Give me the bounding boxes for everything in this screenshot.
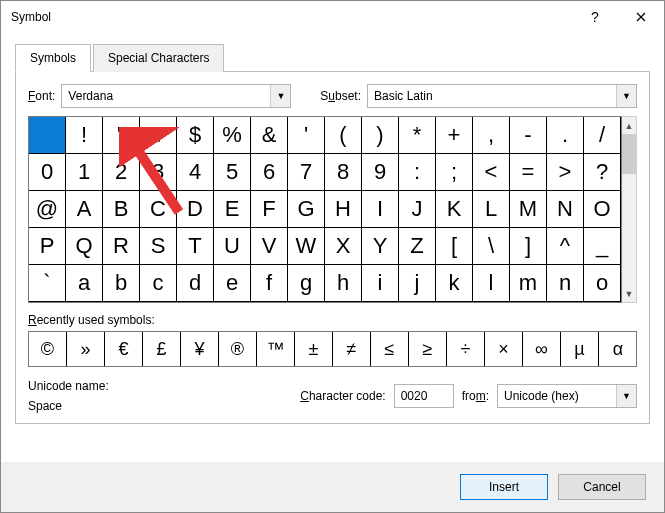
character-cell[interactable]: o — [584, 265, 621, 302]
scroll-down-icon[interactable]: ▼ — [622, 285, 636, 302]
character-cell[interactable]: H — [325, 191, 362, 228]
character-cell[interactable]: m — [510, 265, 547, 302]
character-cell[interactable]: A — [66, 191, 103, 228]
character-cell[interactable]: @ — [29, 191, 66, 228]
recent-symbol-cell[interactable]: ™ — [257, 332, 295, 366]
character-cell[interactable]: : — [399, 154, 436, 191]
font-combo[interactable]: Verdana ▼ — [61, 84, 291, 108]
character-cell[interactable]: W — [288, 228, 325, 265]
character-cell[interactable]: _ — [584, 228, 621, 265]
character-cell[interactable]: k — [436, 265, 473, 302]
character-cell[interactable]: j — [399, 265, 436, 302]
character-cell[interactable]: ( — [325, 117, 362, 154]
character-cell[interactable]: [ — [436, 228, 473, 265]
recent-symbol-cell[interactable]: µ — [561, 332, 599, 366]
character-cell[interactable]: P — [29, 228, 66, 265]
recent-symbol-cell[interactable]: α — [599, 332, 637, 366]
character-cell[interactable]: , — [473, 117, 510, 154]
recent-symbol-cell[interactable]: £ — [143, 332, 181, 366]
scroll-track[interactable] — [622, 174, 636, 285]
character-code-input[interactable] — [394, 384, 454, 408]
character-cell[interactable]: n — [547, 265, 584, 302]
recent-symbol-cell[interactable]: ® — [219, 332, 257, 366]
character-cell[interactable]: O — [584, 191, 621, 228]
recent-symbol-cell[interactable]: € — [105, 332, 143, 366]
character-cell[interactable]: 3 — [140, 154, 177, 191]
character-cell[interactable]: N — [547, 191, 584, 228]
character-cell[interactable]: d — [177, 265, 214, 302]
character-cell[interactable]: G — [288, 191, 325, 228]
close-button[interactable] — [618, 1, 664, 33]
character-cell[interactable]: K — [436, 191, 473, 228]
character-cell[interactable]: ` — [29, 265, 66, 302]
character-cell[interactable] — [29, 117, 66, 154]
character-cell[interactable]: 5 — [214, 154, 251, 191]
character-cell[interactable]: ! — [66, 117, 103, 154]
recent-symbol-cell[interactable]: ≥ — [409, 332, 447, 366]
insert-button[interactable]: Insert — [460, 474, 548, 500]
recent-symbol-cell[interactable]: ÷ — [447, 332, 485, 366]
character-cell[interactable]: ] — [510, 228, 547, 265]
character-cell[interactable]: L — [473, 191, 510, 228]
character-cell[interactable]: + — [436, 117, 473, 154]
tab-symbols[interactable]: Symbols — [15, 44, 91, 72]
character-cell[interactable]: $ — [177, 117, 214, 154]
character-cell[interactable]: g — [288, 265, 325, 302]
character-cell[interactable]: % — [214, 117, 251, 154]
help-button[interactable]: ? — [572, 1, 618, 33]
recent-symbol-cell[interactable]: ≤ — [371, 332, 409, 366]
character-cell[interactable]: B — [103, 191, 140, 228]
character-cell[interactable]: # — [140, 117, 177, 154]
character-cell[interactable]: 0 — [29, 154, 66, 191]
character-grid[interactable]: !"#$%&'()*+,-./0123456789:;<=>?@ABCDEFGH… — [28, 116, 622, 303]
character-cell[interactable]: e — [214, 265, 251, 302]
recent-symbol-cell[interactable]: ¥ — [181, 332, 219, 366]
character-cell[interactable]: " — [103, 117, 140, 154]
character-cell[interactable]: b — [103, 265, 140, 302]
character-cell[interactable]: Q — [66, 228, 103, 265]
character-cell[interactable]: U — [214, 228, 251, 265]
character-cell[interactable]: F — [251, 191, 288, 228]
character-cell[interactable]: a — [66, 265, 103, 302]
character-cell[interactable]: . — [547, 117, 584, 154]
character-cell[interactable]: Z — [399, 228, 436, 265]
character-cell[interactable]: 9 — [362, 154, 399, 191]
character-cell[interactable]: J — [399, 191, 436, 228]
character-cell[interactable]: E — [214, 191, 251, 228]
character-cell[interactable]: T — [177, 228, 214, 265]
character-cell[interactable]: 4 — [177, 154, 214, 191]
scroll-up-icon[interactable]: ▲ — [622, 117, 636, 134]
recent-symbol-cell[interactable]: ≠ — [333, 332, 371, 366]
recent-symbol-cell[interactable]: » — [67, 332, 105, 366]
character-cell[interactable]: - — [510, 117, 547, 154]
character-cell[interactable]: ; — [436, 154, 473, 191]
character-cell[interactable]: V — [251, 228, 288, 265]
character-cell[interactable]: i — [362, 265, 399, 302]
scroll-thumb[interactable] — [622, 134, 636, 174]
character-cell[interactable]: \ — [473, 228, 510, 265]
grid-scrollbar[interactable]: ▲ ▼ — [622, 116, 637, 303]
character-cell[interactable]: 8 — [325, 154, 362, 191]
tab-special-characters[interactable]: Special Characters — [93, 44, 224, 72]
character-cell[interactable]: = — [510, 154, 547, 191]
recent-symbols-grid[interactable]: ©»€£¥®™±≠≤≥÷×∞µα — [28, 331, 637, 367]
character-cell[interactable]: > — [547, 154, 584, 191]
character-cell[interactable]: R — [103, 228, 140, 265]
recent-symbol-cell[interactable]: © — [29, 332, 67, 366]
character-cell[interactable]: 7 — [288, 154, 325, 191]
recent-symbol-cell[interactable]: × — [485, 332, 523, 366]
character-cell[interactable]: Y — [362, 228, 399, 265]
character-cell[interactable]: f — [251, 265, 288, 302]
recent-symbol-cell[interactable]: ∞ — [523, 332, 561, 366]
character-cell[interactable]: h — [325, 265, 362, 302]
character-cell[interactable]: ) — [362, 117, 399, 154]
character-cell[interactable]: 1 — [66, 154, 103, 191]
character-cell[interactable]: / — [584, 117, 621, 154]
character-cell[interactable]: D — [177, 191, 214, 228]
recent-symbol-cell[interactable]: ± — [295, 332, 333, 366]
character-cell[interactable]: ^ — [547, 228, 584, 265]
character-cell[interactable]: 6 — [251, 154, 288, 191]
character-cell[interactable]: l — [473, 265, 510, 302]
character-cell[interactable]: M — [510, 191, 547, 228]
character-cell[interactable]: & — [251, 117, 288, 154]
